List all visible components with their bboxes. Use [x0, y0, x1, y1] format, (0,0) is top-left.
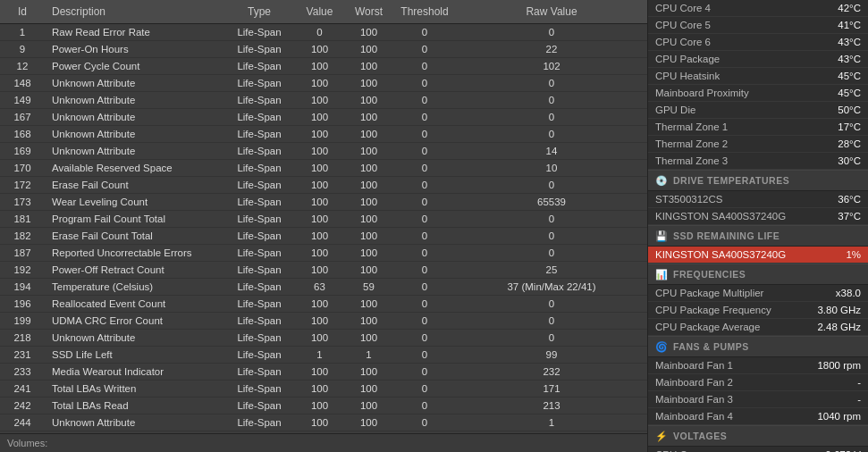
cell-id: 168 [0, 129, 45, 139]
sidebar[interactable]: CPU Core 4 42°C CPU Core 5 41°C CPU Core… [648, 0, 868, 452]
cell-raw: 0 [456, 78, 647, 88]
cell-raw: 0 [456, 315, 647, 326]
sidebar-item-label: CPU Core 4 [655, 3, 711, 13]
footer-bar: Volumes: [0, 433, 647, 452]
sidebar-item-value: 30°C [838, 155, 861, 166]
cell-desc: Erase Fail Count Total [45, 230, 223, 241]
sidebar-row[interactable]: CPU Core 0.672 V [648, 447, 868, 452]
table-body[interactable]: 1 Raw Read Error Rate Life-Span 0 100 0 … [0, 24, 647, 433]
section-icon: 🌀 [655, 340, 668, 353]
sidebar-row[interactable]: CPU Package 43°C [648, 51, 868, 68]
table-row[interactable]: 169 Unknown Attribute Life-Span 100 100 … [0, 143, 647, 160]
table-row[interactable]: 187 Reported Uncorrectable Errors Life-S… [0, 245, 647, 262]
cell-id: 167 [0, 112, 45, 122]
sidebar-row[interactable]: Mainboard Fan 1 1800 rpm [648, 357, 868, 374]
cell-id: 192 [0, 264, 45, 275]
cell-threshold: 0 [393, 27, 456, 38]
cell-desc: Power-On Hours [45, 44, 223, 54]
table-row[interactable]: 173 Wear Leveling Count Life-Span 100 10… [0, 194, 647, 211]
cell-type: Life-Span [223, 213, 295, 224]
sidebar-item-label: KINGSTON SA400S37240G [655, 211, 786, 222]
cell-id: 181 [0, 213, 45, 224]
cell-raw: 0 [456, 95, 647, 105]
sidebar-row[interactable]: CPU Heatsink 45°C [648, 68, 868, 85]
col-header-id: Id [0, 5, 45, 18]
cell-raw: 0 [456, 180, 647, 190]
col-header-raw: Raw Value [456, 5, 647, 18]
cell-type: Life-Span [223, 230, 295, 241]
sidebar-item-value: 43°C [838, 54, 861, 64]
cell-worst: 100 [344, 264, 393, 275]
cell-desc: Erase Fail Count [45, 180, 223, 190]
sidebar-row[interactable]: Mainboard Fan 2 - [648, 374, 868, 391]
footer-text: Volumes: [7, 438, 47, 448]
table-row[interactable]: 167 Unknown Attribute Life-Span 100 100 … [0, 109, 647, 126]
table-row[interactable]: 218 Unknown Attribute Life-Span 100 100 … [0, 330, 647, 347]
sidebar-row[interactable]: CPU Package Average 2.48 GHz [648, 319, 868, 336]
table-row[interactable]: 148 Unknown Attribute Life-Span 100 100 … [0, 75, 647, 92]
sidebar-row[interactable]: CPU Core 6 43°C [648, 34, 868, 51]
cell-type: Life-Span [223, 197, 295, 207]
table-row[interactable]: 196 Reallocated Event Count Life-Span 10… [0, 296, 647, 313]
cell-id: 1 [0, 27, 45, 38]
sidebar-row[interactable]: CPU Core 5 41°C [648, 17, 868, 34]
table-row[interactable]: 170 Available Reserved Space Life-Span 1… [0, 160, 647, 177]
table-row[interactable]: 192 Power-Off Retract Count Life-Span 10… [0, 262, 647, 279]
sidebar-row[interactable]: CPU Package Multiplier x38.0 [648, 285, 868, 302]
cell-type: Life-Span [223, 247, 295, 258]
section-header-text: FREQUENCIES [673, 269, 746, 280]
cell-value: 100 [295, 129, 344, 139]
sidebar-row[interactable]: Thermal Zone 2 28°C [648, 136, 868, 153]
cell-threshold: 0 [393, 197, 456, 207]
cell-id: 187 [0, 247, 45, 258]
sidebar-item-value: 1% [846, 249, 861, 260]
cell-raw: 0 [456, 247, 647, 258]
table-row[interactable]: 1 Raw Read Error Rate Life-Span 0 100 0 … [0, 24, 647, 41]
table-row[interactable]: 194 Temperature (Celsius) Life-Span 63 5… [0, 279, 647, 296]
sidebar-row[interactable]: Thermal Zone 1 17°C [648, 119, 868, 136]
cell-raw: 65539 [456, 197, 647, 207]
cell-desc: Unknown Attribute [45, 95, 223, 105]
cell-raw: 0 [456, 332, 647, 343]
table-row[interactable]: 9 Power-On Hours Life-Span 100 100 0 22 [0, 41, 647, 58]
sidebar-row[interactable]: CPU Package Frequency 3.80 GHz [648, 302, 868, 319]
cell-threshold: 0 [393, 180, 456, 190]
sidebar-row[interactable]: CPU Core 4 42°C [648, 0, 868, 17]
table-row[interactable]: 241 Total LBAs Written Life-Span 100 100… [0, 381, 647, 398]
table-row[interactable]: 149 Unknown Attribute Life-Span 100 100 … [0, 92, 647, 109]
table-row[interactable]: 233 Media Wearout Indicator Life-Span 10… [0, 364, 647, 381]
sidebar-row[interactable]: ST3500312CS 36°C [648, 191, 868, 208]
sidebar-row[interactable]: Thermal Zone 3 30°C [648, 153, 868, 170]
table-row[interactable]: 181 Program Fail Count Total Life-Span 1… [0, 211, 647, 228]
section-header: 💿 DRIVE TEMPERATURES [648, 170, 868, 191]
cell-raw: 1 [456, 417, 647, 428]
cell-threshold: 0 [393, 315, 456, 326]
sidebar-row[interactable]: Mainboard Proximity 45°C [648, 85, 868, 102]
section-header: 💾 SSD REMAINING LIFE [648, 225, 868, 247]
cell-type: Life-Span [223, 163, 295, 173]
table-row[interactable]: 168 Unknown Attribute Life-Span 100 100 … [0, 126, 647, 143]
cell-id: 173 [0, 197, 45, 207]
table-row[interactable]: 199 UDMA CRC Error Count Life-Span 100 1… [0, 313, 647, 330]
table-row[interactable]: 231 SSD Life Left Life-Span 1 1 0 99 [0, 347, 647, 364]
sidebar-row[interactable]: Mainboard Fan 4 1040 rpm [648, 408, 868, 425]
main-panel: Id Description Type Value Worst Threshol… [0, 0, 648, 452]
table-row[interactable]: 244 Unknown Attribute Life-Span 100 100 … [0, 414, 647, 431]
table-row[interactable]: 172 Erase Fail Count Life-Span 100 100 0… [0, 177, 647, 194]
table-row[interactable]: 182 Erase Fail Count Total Life-Span 100… [0, 228, 647, 245]
sidebar-row[interactable]: GPU Die 50°C [648, 102, 868, 119]
sidebar-row[interactable]: KINGSTON SA400S37240G 1% [648, 247, 868, 264]
cell-value: 100 [295, 213, 344, 224]
cell-desc: Total LBAs Read [45, 400, 223, 411]
sidebar-row[interactable]: KINGSTON SA400S37240G 37°C [648, 208, 868, 225]
sidebar-row[interactable]: Mainboard Fan 3 - [648, 391, 868, 408]
cell-raw: 0 [456, 27, 647, 38]
cell-raw: 213 [456, 400, 647, 411]
table-row[interactable]: 12 Power Cycle Count Life-Span 100 100 0… [0, 58, 647, 75]
cell-value: 100 [295, 247, 344, 258]
cell-threshold: 0 [393, 298, 456, 309]
table-row[interactable]: 242 Total LBAs Read Life-Span 100 100 0 … [0, 398, 647, 414]
cell-value: 100 [295, 332, 344, 343]
cell-id: 172 [0, 180, 45, 190]
cell-worst: 100 [344, 298, 393, 309]
